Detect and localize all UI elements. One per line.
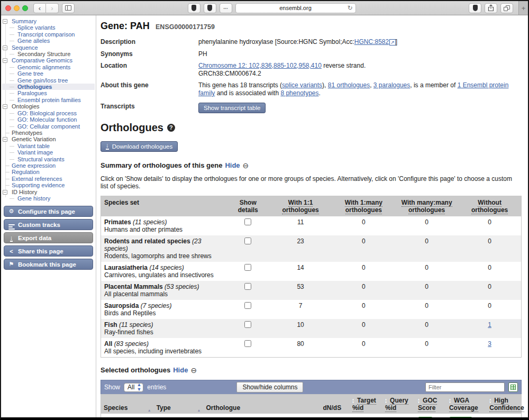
nav-item-gene-gainloss-tree[interactable]: Gene gain/loss tree xyxy=(2,77,95,84)
show-details-checkbox[interactable] xyxy=(244,283,251,290)
download-orthologues-button[interactable]: ↓Download orthologues xyxy=(101,141,178,152)
nav-link[interactable]: Supporting evidence xyxy=(12,182,65,188)
sort-asc-icon[interactable]: ▲ xyxy=(148,408,151,412)
nav-link[interactable]: Comparative Genomics xyxy=(12,57,72,63)
collapse-icon[interactable]: − xyxy=(3,45,7,50)
nav-link[interactable]: Variant table xyxy=(17,143,50,149)
bookmark-page-button[interactable]: ⚑Bookmark this page xyxy=(4,259,93,270)
collapse-icon[interactable]: − xyxy=(3,58,7,63)
hgnc-link[interactable]: HGNC:8582 xyxy=(354,38,389,45)
nav-item-supporting-evidence[interactable]: Supporting evidence xyxy=(2,182,95,188)
nav-item-genetic-variation[interactable]: −Genetic Variation xyxy=(2,136,95,142)
nav-link[interactable]: Transcript comparison xyxy=(17,31,75,38)
custom-tracks-button[interactable]: Custom tracks xyxy=(4,219,93,230)
nav-item-gene-expression[interactable]: Gene expression xyxy=(2,162,95,169)
forward-button[interactable]: › xyxy=(46,3,59,13)
hide-summary-link[interactable]: Hide xyxy=(225,161,240,169)
nav-link[interactable]: Genomic alignments xyxy=(17,64,70,70)
help-icon[interactable]: ? xyxy=(167,124,175,132)
nav-link[interactable]: Ensembl protein families xyxy=(17,97,81,103)
location-link[interactable]: Chromosome 12: 102,836,885-102,958,410 xyxy=(198,62,322,69)
nav-item-gene-tree[interactable]: Gene tree xyxy=(2,70,95,77)
nav-item-ensembl-protein-families[interactable]: Ensembl protein families xyxy=(2,97,95,103)
nav-item-comparative-genomics[interactable]: −Comparative Genomics xyxy=(2,57,95,63)
nav-item-sequence[interactable]: −Sequence xyxy=(2,44,95,51)
nav-link[interactable]: Gene tree xyxy=(17,70,43,77)
nav-item-genomic-alignments[interactable]: Genomic alignments xyxy=(2,64,95,70)
nav-link[interactable]: Structural variants xyxy=(17,156,65,162)
show-details-checkbox[interactable] xyxy=(244,302,251,309)
col-without[interactable]: Without orthologues xyxy=(458,196,521,217)
nav-item-secondary-structure[interactable]: Secondary Structure xyxy=(2,51,95,57)
close-window-button[interactable] xyxy=(5,5,11,11)
share-button[interactable] xyxy=(485,3,497,13)
zoom-window-button[interactable] xyxy=(22,5,28,11)
nav-link[interactable]: Regulation xyxy=(12,169,40,175)
nav-item-transcript-comparison[interactable]: Transcript comparison xyxy=(2,31,95,38)
show-details-checkbox[interactable] xyxy=(244,264,251,271)
nav-item-gene-alleles[interactable]: Gene alleles xyxy=(2,38,95,44)
col-orthologue[interactable]: Orthologue xyxy=(203,395,320,414)
nav-link[interactable]: Paralogues xyxy=(17,90,47,96)
nav-link[interactable]: Genetic Variation xyxy=(12,136,56,142)
nav-item-regulation[interactable]: Regulation xyxy=(2,169,95,175)
entries-select[interactable]: All ▲▼ xyxy=(124,383,143,392)
nav-link[interactable]: ID History xyxy=(12,189,37,195)
col-wga-coverage[interactable]: ▲▼WGA Coverage xyxy=(446,395,487,414)
show-details-checkbox[interactable] xyxy=(244,321,251,328)
col-query-id[interactable]: ▲▼Query %id xyxy=(382,395,415,414)
show-details-checkbox[interactable] xyxy=(244,238,251,244)
sort-icon[interactable]: ▲▼ xyxy=(351,398,355,404)
nav-link[interactable]: Sequence xyxy=(12,44,38,51)
collapse-circle-icon[interactable]: ⊖ xyxy=(190,367,197,373)
nav-link[interactable]: Gene gain/loss tree xyxy=(17,77,68,84)
col-target-id[interactable]: ▲▼Target %id xyxy=(350,395,382,414)
splice-variants-link[interactable]: splice variants xyxy=(282,81,322,89)
extension-button-1[interactable] xyxy=(188,3,200,13)
phenotypes-link[interactable]: 8 phenotypes xyxy=(280,89,318,97)
nav-item-orthologues[interactable]: Orthologues xyxy=(2,84,95,90)
nav-link[interactable]: Summary xyxy=(12,18,37,24)
without-orthologues-link[interactable]: 1 xyxy=(488,321,491,328)
nav-link[interactable]: GO: Molecular function xyxy=(17,116,77,123)
col-high-confidence[interactable]: ▲▼High Confidence xyxy=(487,395,521,414)
configure-page-button[interactable]: ⚙Configure this page xyxy=(4,206,93,217)
nav-item-splice-variants[interactable]: Splice variants xyxy=(2,24,95,31)
show-tabs-button[interactable] xyxy=(500,3,513,13)
show-hide-columns-button[interactable]: Show/hide columns xyxy=(236,382,303,392)
minimize-window-button[interactable] xyxy=(14,5,20,11)
reload-icon[interactable]: ↻ xyxy=(347,4,352,12)
sort-icon[interactable]: ▲▼ xyxy=(384,398,388,404)
show-details-checkbox[interactable] xyxy=(244,218,251,225)
collapse-circle-icon[interactable]: ⊖ xyxy=(243,162,249,169)
nav-item-gene-history[interactable]: Gene history xyxy=(2,195,95,202)
show-transcript-table-button[interactable]: Show transcript table xyxy=(198,103,266,113)
nav-link[interactable]: GO: Biological process xyxy=(17,110,77,116)
export-table-icon[interactable] xyxy=(508,382,518,392)
nav-item-external-references[interactable]: External references xyxy=(2,176,95,182)
show-details-checkbox[interactable] xyxy=(244,340,251,347)
share-page-button[interactable]: <Share this page xyxy=(4,245,93,257)
nav-item-go-cellular-component[interactable]: GO: Cellular component xyxy=(2,123,95,130)
extension-button-2[interactable] xyxy=(204,3,216,13)
nav-item-go-biological-process[interactable]: GO: Biological process xyxy=(2,110,95,116)
sort-icon[interactable]: ▲▼ xyxy=(488,398,492,404)
col-with-manytomany[interactable]: With many:many orthologues xyxy=(395,196,458,217)
sort-icon[interactable]: ▲▼ xyxy=(417,398,421,404)
col-with-1to1[interactable]: With 1:1 orthologues xyxy=(269,196,332,217)
collapse-icon[interactable]: − xyxy=(3,19,7,24)
col-dnds[interactable]: dN/dS xyxy=(320,395,350,414)
col-species[interactable]: Species▲ xyxy=(101,395,154,414)
nav-item-structural-variants[interactable]: Structural variants xyxy=(2,156,95,162)
nav-link[interactable]: Orthologues xyxy=(17,84,52,90)
nav-item-ontologies[interactable]: −Ontologies xyxy=(2,103,95,109)
sidebar-toggle-button[interactable] xyxy=(62,3,75,13)
new-tab-button[interactable]: + xyxy=(518,1,528,15)
collapse-icon[interactable]: − xyxy=(3,190,7,195)
more-extensions-button[interactable]: ••• xyxy=(220,3,232,13)
nav-item-variant-image[interactable]: Variant image xyxy=(2,149,95,156)
nav-link[interactable]: Ontologies xyxy=(12,103,40,109)
without-orthologues-link[interactable]: 3 xyxy=(488,340,491,348)
orthologue-id-link[interactable]: (ENSVPAG00000002017) xyxy=(221,417,294,417)
back-button[interactable]: ‹ xyxy=(33,3,46,13)
